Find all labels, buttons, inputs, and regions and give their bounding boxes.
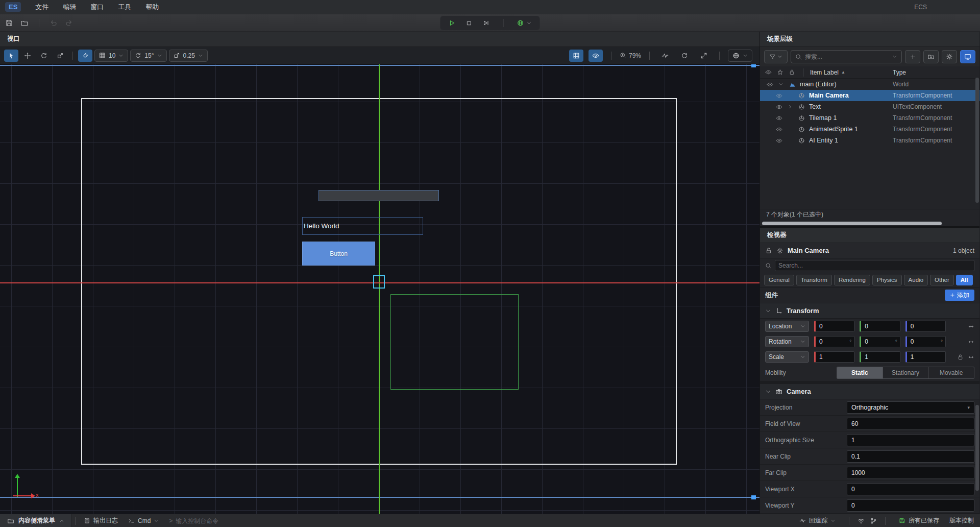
scale-z-field[interactable]: 1 xyxy=(905,351,946,363)
lock-toggle-icon[interactable] xyxy=(957,354,964,361)
refresh-button[interactable] xyxy=(677,50,692,62)
chevron-down-icon[interactable] xyxy=(765,389,771,395)
content-drawer-button[interactable]: 内容侧滑菜单 xyxy=(0,514,72,527)
rotation-z-field[interactable]: 0° xyxy=(905,336,946,347)
tab-transform[interactable]: Transform xyxy=(796,275,832,285)
tab-physics[interactable]: Physics xyxy=(872,275,902,285)
undo-button[interactable] xyxy=(50,19,58,27)
scale-x-field[interactable]: 1 xyxy=(814,351,854,363)
projection-field[interactable]: Orthographic▾ xyxy=(847,401,974,414)
transform-section-header[interactable]: Transform xyxy=(760,303,979,319)
hierarchy-row[interactable]: main (Editor)World xyxy=(760,79,979,90)
output-log-button[interactable]: 输出日志 xyxy=(79,516,123,525)
visibility-toggle-icon[interactable] xyxy=(776,92,782,99)
tab-other[interactable]: Other xyxy=(930,275,954,285)
scale-y-field[interactable]: 1 xyxy=(860,351,900,363)
hierarchy-searchbox[interactable] xyxy=(791,50,902,63)
scene-canvas[interactable]: Hello World Button x xyxy=(0,64,760,514)
sprite-bar-rect[interactable] xyxy=(318,190,439,201)
scale-snap-combo[interactable]: 0.25 xyxy=(169,50,208,62)
link-values-icon[interactable] xyxy=(968,323,974,330)
rotation-mode-dropdown[interactable]: Rotation xyxy=(765,336,809,347)
sync-viewport-button[interactable] xyxy=(960,50,975,63)
hierarchy-row[interactable]: AI Entity 1TransformComponent xyxy=(760,135,979,146)
hierarchy-settings-button[interactable] xyxy=(942,50,957,63)
menu-item[interactable]: 帮助 xyxy=(138,0,166,14)
hierarchy-vscrollbar[interactable] xyxy=(975,78,979,203)
tab-general[interactable]: General xyxy=(764,275,794,285)
location-mode-dropdown[interactable]: Location xyxy=(765,321,809,332)
wifi-icon[interactable] xyxy=(857,517,865,524)
grid-toggle-button[interactable] xyxy=(569,50,583,62)
visibility-toggle-icon[interactable] xyxy=(767,81,773,88)
scrollbar-thumb[interactable] xyxy=(975,78,979,203)
near-clip-field[interactable]: 0.1 xyxy=(847,450,974,463)
filter-button[interactable] xyxy=(764,50,788,63)
all-saved-status[interactable]: 所有已保存 xyxy=(894,516,944,525)
viewport-x-field[interactable]: 0 xyxy=(847,483,974,495)
viewport-mode-dropdown[interactable] xyxy=(728,50,752,62)
mobility-option-static[interactable]: Static xyxy=(837,367,883,378)
stop-button[interactable] xyxy=(466,20,473,27)
entity-bounds-rect[interactable] xyxy=(390,294,519,390)
link-values-icon[interactable] xyxy=(968,354,974,361)
move-tool-button[interactable] xyxy=(20,50,35,62)
stats-button[interactable] xyxy=(658,50,672,62)
chevron-down-icon[interactable] xyxy=(778,82,783,87)
chevron-right-icon[interactable] xyxy=(788,104,793,109)
visibility-toggle-icon[interactable] xyxy=(776,126,782,133)
rotation-x-field[interactable]: 0° xyxy=(814,336,854,347)
location-y-field[interactable]: 0 xyxy=(860,321,900,332)
chevron-down-icon[interactable] xyxy=(892,54,897,59)
redo-button[interactable] xyxy=(65,19,73,27)
inspector-searchbox[interactable] xyxy=(775,260,974,271)
app-logo[interactable]: ES xyxy=(5,2,21,12)
scrollbar-thumb[interactable] xyxy=(762,222,942,225)
version-control-label[interactable]: 版本控制 xyxy=(949,516,974,525)
snap-toggle-button[interactable] xyxy=(78,50,92,62)
pivot-handle[interactable] xyxy=(373,275,385,289)
hello-world-textbox[interactable]: Hello World xyxy=(302,217,423,235)
mobility-option-stationary[interactable]: Stationary xyxy=(883,367,929,378)
tab-audio[interactable]: Audio xyxy=(904,275,928,285)
hierarchy-search-input[interactable] xyxy=(805,53,889,60)
ui-button[interactable]: Button xyxy=(302,242,375,266)
fullscreen-button[interactable] xyxy=(697,50,711,62)
open-button[interactable] xyxy=(20,19,29,27)
field-of-view-field[interactable]: 60 xyxy=(847,418,974,430)
hierarchy-row[interactable]: AnimatedSprite 1TransformComponent xyxy=(760,124,979,135)
rotate-snap-combo[interactable]: 15° xyxy=(130,50,166,62)
add-entity-button[interactable] xyxy=(905,50,920,63)
tab-all[interactable]: All xyxy=(956,275,973,285)
network-mode-dropdown[interactable] xyxy=(517,19,532,27)
link-values-icon[interactable] xyxy=(968,339,974,345)
grid-snap-combo[interactable]: 10 xyxy=(94,50,128,62)
trace-dropdown[interactable]: 回追踪 xyxy=(794,516,841,525)
rotate-tool-button[interactable] xyxy=(37,50,51,62)
lock-open-icon[interactable] xyxy=(765,247,772,254)
gear-icon[interactable] xyxy=(776,247,783,254)
location-x-field[interactable]: 0 xyxy=(814,321,854,332)
chevron-down-icon[interactable] xyxy=(765,308,771,314)
tab-rendering[interactable]: Rendering xyxy=(834,275,870,285)
hierarchy-row[interactable]: TextUITextComponent xyxy=(760,101,979,112)
column-type[interactable]: Type xyxy=(893,69,906,76)
visibility-toggle-button[interactable] xyxy=(589,50,603,62)
step-button[interactable] xyxy=(483,19,490,27)
select-tool-button[interactable] xyxy=(4,50,18,62)
hierarchy-row[interactable]: Tilemap 1TransformComponent xyxy=(760,112,979,124)
console-input[interactable] xyxy=(176,517,278,524)
hierarchy-row[interactable]: Main CameraTransformComponent xyxy=(760,90,979,101)
cmd-dropdown[interactable]: Cmd xyxy=(123,517,164,524)
menu-item[interactable]: 编辑 xyxy=(56,0,83,14)
menu-item[interactable]: 工具 xyxy=(111,0,138,14)
scale-mode-dropdown[interactable]: Scale xyxy=(765,351,809,363)
orthographic-size-field[interactable]: 1 xyxy=(847,434,974,446)
inspector-search-input[interactable] xyxy=(778,262,971,269)
mobility-option-movable[interactable]: Movable xyxy=(928,367,974,378)
column-item-label[interactable]: Item Label▲ xyxy=(804,69,845,76)
play-button[interactable] xyxy=(449,19,456,27)
source-control-branch-icon[interactable] xyxy=(870,517,877,524)
hierarchy-hscrollbar[interactable] xyxy=(760,220,979,226)
guide-handle[interactable] xyxy=(751,495,756,499)
